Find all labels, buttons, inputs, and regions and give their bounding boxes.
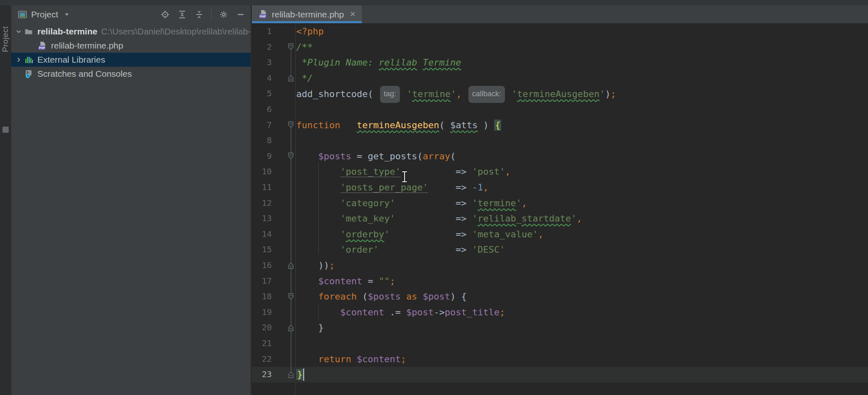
hide-icon[interactable] <box>236 10 246 20</box>
fold-end-marker-icon[interactable] <box>287 261 295 270</box>
code-line[interactable]: 'post_type' => 'post', <box>296 164 868 180</box>
line-number[interactable]: 12 <box>252 195 272 211</box>
project-panel-title[interactable]: Project <box>31 10 58 20</box>
code-line[interactable] <box>296 133 868 149</box>
code-line[interactable]: $content = ""; <box>296 273 868 289</box>
tree-row-path: C:\Users\Daniel\Desktop\relilab\relilab-… <box>101 27 251 37</box>
code-line[interactable]: <?php <box>296 24 868 39</box>
code-token: $post <box>406 307 434 317</box>
code-token: => <box>401 166 472 177</box>
code-token <box>417 57 422 68</box>
line-number[interactable]: 6 <box>252 102 272 117</box>
tool-strip-project-button[interactable]: Project <box>1 26 10 52</box>
tree-row-relilab-termine[interactable]: relilab-termineC:\Users\Daniel\Desktop\r… <box>11 24 251 39</box>
line-number[interactable]: 9 <box>252 149 272 164</box>
code-token <box>296 307 340 317</box>
code-line[interactable]: /** <box>296 39 868 55</box>
svg-text:PHP: PHP <box>39 46 45 49</box>
editor-tab-relilab-termine[interactable]: PHP relilab-termine.php ✕ <box>252 5 362 23</box>
line-number[interactable]: 10 <box>252 164 272 180</box>
line-number[interactable]: 17 <box>252 273 272 289</box>
fold-end-marker-icon[interactable] <box>287 371 295 379</box>
fold-start-marker-icon[interactable] <box>287 43 295 51</box>
line-number[interactable]: 22 <box>252 351 272 367</box>
locate-icon[interactable] <box>160 10 170 20</box>
code-line[interactable]: *Plugin Name: relilab Termine <box>296 55 868 71</box>
code-line[interactable]: foreach ($posts as $post) { <box>296 289 868 305</box>
expand-all-icon[interactable] <box>177 10 187 20</box>
code-line[interactable]: */ <box>296 71 868 86</box>
code-token: $posts <box>368 291 400 302</box>
svg-text:PHP: PHP <box>259 15 266 18</box>
tree-row-relilab-termine-php[interactable]: PHPrelilab-termine.php <box>11 39 251 53</box>
line-number[interactable]: 7 <box>252 117 272 133</box>
code-token: ( <box>439 120 450 130</box>
code-token: Termine <box>423 57 461 68</box>
code-token: } <box>296 369 303 380</box>
code-line[interactable]: function termineAusgeben( $atts ) { <box>296 117 868 133</box>
code-line[interactable]: $content .= $post->post_title; <box>296 305 868 320</box>
code-line[interactable]: 'orderby' => 'meta_value', <box>296 227 868 242</box>
code-token <box>461 89 467 99</box>
tree-row-external-libraries[interactable]: External Libraries <box>11 53 251 67</box>
code-line[interactable]: 'order' => 'DESC' <box>296 242 868 258</box>
project-panel-toolbar <box>160 5 246 24</box>
settings-icon[interactable] <box>219 10 229 20</box>
line-number[interactable]: 4 <box>252 71 272 86</box>
code-line[interactable]: return $content; <box>296 351 868 367</box>
tree-row-label: Scratches and Consoles <box>37 69 132 79</box>
fold-end-marker-icon[interactable] <box>287 324 295 332</box>
line-number[interactable]: 18 <box>252 289 272 305</box>
line-number[interactable]: 23 <box>252 367 272 383</box>
code-line[interactable]: 'category' => 'termine', <box>296 195 868 211</box>
code-token: foreach <box>318 291 357 302</box>
line-number[interactable]: 8 <box>252 133 272 149</box>
code-token <box>351 354 356 364</box>
code-token: $posts <box>318 151 351 161</box>
code-token: , <box>505 166 510 177</box>
line-number[interactable]: 1 <box>252 24 272 39</box>
code-token: = <box>362 276 379 286</box>
tree-indent-spacer <box>13 69 24 79</box>
line-number[interactable]: 11 <box>252 180 272 195</box>
close-icon[interactable]: ✕ <box>350 10 356 19</box>
editor-body[interactable]: 1<?php2/**3 *Plugin Name: relilab Termin… <box>252 23 868 395</box>
parameter-hint: tag: <box>380 86 400 103</box>
line-number[interactable]: 5 <box>252 86 272 102</box>
chevron-right-icon[interactable] <box>13 55 24 65</box>
code-line[interactable]: 'meta_key' => 'relilab_startdate', <box>296 211 868 227</box>
fold-start-marker-icon[interactable] <box>287 293 295 301</box>
code-line[interactable] <box>296 102 868 117</box>
code-token: ' <box>384 229 390 239</box>
code-line[interactable]: add_shortcode( tag: 'termine', callback:… <box>296 86 868 102</box>
line-number[interactable]: 2 <box>252 39 272 55</box>
line-number[interactable]: 14 <box>252 227 272 242</box>
dropdown-arrow-icon[interactable] <box>62 10 72 20</box>
code-token: as <box>406 291 417 302</box>
line-number[interactable]: 13 <box>252 211 272 227</box>
code-line[interactable]: 'posts_per_page' => -1, <box>296 180 868 195</box>
code-line[interactable]: $posts = get_posts(array( <box>296 149 868 164</box>
tool-strip-icon[interactable] <box>2 127 9 133</box>
fold-start-marker-icon[interactable] <box>287 152 295 160</box>
code-line[interactable] <box>296 336 868 351</box>
code-token <box>296 151 318 161</box>
line-number[interactable]: 21 <box>252 336 272 351</box>
line-number[interactable]: 20 <box>252 320 272 336</box>
chevron-down-icon[interactable] <box>13 27 24 37</box>
fold-end-marker-icon[interactable] <box>287 74 295 82</box>
code-line[interactable]: } <box>296 320 868 336</box>
code-line[interactable]: } <box>296 367 868 383</box>
line-number[interactable]: 3 <box>252 55 272 71</box>
tree-row-label: relilab-termine.php <box>51 41 123 51</box>
code-line[interactable]: )); <box>296 258 868 273</box>
parameter-hint: callback: <box>468 86 505 103</box>
line-number[interactable]: 19 <box>252 305 272 320</box>
tree-row-scratches-and-consoles[interactable]: Scratches and Consoles <box>11 67 251 81</box>
code-token: ) <box>478 120 494 130</box>
line-number[interactable]: 16 <box>252 258 272 273</box>
line-number[interactable]: 15 <box>252 242 272 258</box>
code-token: )) <box>296 260 329 271</box>
collapse-all-icon[interactable] <box>194 10 204 20</box>
fold-start-marker-icon[interactable] <box>287 121 295 129</box>
